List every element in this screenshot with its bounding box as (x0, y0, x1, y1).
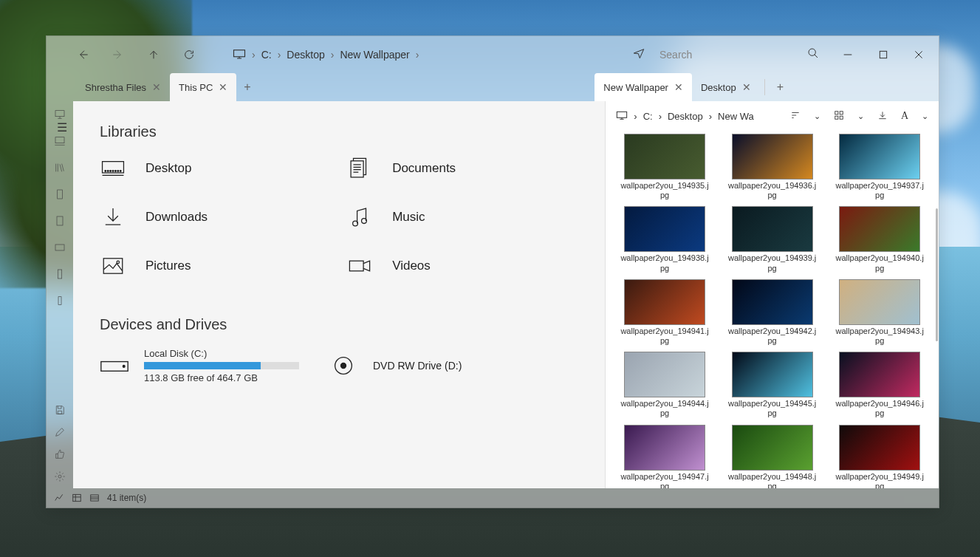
file-thumbnail[interactable]: wallpaper2you_194935.jpg (616, 134, 713, 200)
tab-shrestha-files[interactable]: Shrestha Files ✕ (76, 73, 170, 101)
svg-rect-36 (91, 495, 99, 501)
library-videos[interactable]: Videos (346, 253, 578, 279)
file-thumbnail[interactable]: wallpaper2you_194938.jpg (616, 206, 713, 273)
file-thumbnail[interactable]: wallpaper2you_194936.jpg (724, 134, 821, 200)
thumbnail-image (624, 206, 705, 252)
scrollbar[interactable] (936, 208, 938, 341)
download-icon[interactable] (877, 110, 888, 123)
file-thumbnail[interactable]: wallpaper2you_194945.jpg (724, 352, 821, 418)
minimize-button[interactable] (841, 48, 854, 61)
search-icon[interactable] (807, 47, 819, 62)
rail-small-phone-icon[interactable] (54, 295, 66, 307)
library-label: Downloads (145, 210, 208, 225)
file-thumbnail[interactable]: wallpaper2you_194942.jpg (724, 279, 821, 346)
crumb-new-wallpaper[interactable]: New Wallpaper (340, 49, 409, 61)
file-name: wallpaper2you_194938.jpg (620, 253, 709, 273)
library-desktop[interactable]: Desktop (100, 155, 332, 182)
breadcrumb[interactable]: › C: › Desktop › New Wallpaper › (233, 49, 419, 61)
file-thumbnail[interactable]: wallpaper2you_194937.jpg (831, 134, 928, 200)
rail-edit-icon[interactable] (54, 426, 66, 438)
file-name: wallpaper2you_194940.jpg (835, 253, 924, 273)
downloads-icon (100, 204, 126, 230)
library-pictures[interactable]: Pictures (100, 253, 332, 279)
svg-rect-25 (350, 261, 364, 271)
file-name: wallpaper2you_194942.jpg (728, 327, 817, 346)
file-thumbnail[interactable]: wallpaper2you_194944.jpg (616, 352, 713, 418)
crumb-desktop[interactable]: Desktop (668, 111, 703, 122)
rail-books-icon[interactable] (54, 162, 66, 174)
rail-portrait-icon[interactable] (54, 188, 66, 200)
file-thumbnail[interactable]: wallpaper2you_194949.jpg (831, 425, 928, 489)
tab-desktop[interactable]: Desktop ✕ (692, 73, 760, 101)
tab-label: Desktop (701, 82, 736, 93)
svg-rect-31 (835, 111, 838, 114)
file-thumbnail[interactable]: wallpaper2you_194943.jpg (831, 279, 928, 346)
maximize-button[interactable] (877, 48, 890, 61)
file-thumbnail[interactable]: wallpaper2you_194939.jpg (724, 206, 821, 273)
activity-icon[interactable] (54, 493, 64, 503)
file-thumbnail[interactable]: wallpaper2you_194941.jpg (616, 279, 713, 346)
rail-tablet-icon[interactable] (54, 215, 66, 227)
close-icon[interactable]: ✕ (674, 81, 683, 93)
svg-point-18 (120, 171, 121, 172)
send-icon[interactable] (633, 47, 645, 62)
rail-settings-icon[interactable] (54, 471, 66, 482)
tab-new-wallpaper[interactable]: New Wallpaper ✕ (594, 73, 692, 101)
details-view-icon[interactable] (72, 493, 82, 503)
refresh-button[interactable] (182, 48, 196, 61)
rail-landscape-icon[interactable] (54, 242, 66, 253)
thumbnail-image (839, 206, 920, 252)
add-tab-button[interactable]: + (236, 73, 258, 101)
rail-like-icon[interactable] (54, 448, 66, 460)
svg-rect-6 (57, 216, 63, 225)
close-icon[interactable]: ✕ (219, 81, 227, 93)
rail-desktop-icon[interactable] (54, 135, 66, 147)
font-icon[interactable]: A (901, 110, 908, 122)
close-button[interactable] (912, 48, 925, 61)
crumb-desktop[interactable]: Desktop (287, 49, 324, 61)
file-manager-window: › C: › Desktop › New Wallpaper › ☰ Shres… (46, 35, 939, 508)
rail-save-icon[interactable] (54, 404, 66, 416)
add-tab-button[interactable]: + (770, 73, 791, 101)
file-thumbnail[interactable]: wallpaper2you_194947.jpg (616, 425, 713, 489)
file-thumbnail[interactable]: wallpaper2you_194948.jpg (724, 425, 821, 489)
chevron-down-icon[interactable]: ⌄ (814, 112, 820, 121)
chevron-down-icon[interactable]: ⌄ (922, 112, 928, 121)
library-music[interactable]: Music (346, 204, 578, 230)
drive-free-text: 113.8 GB free of 464.7 GB (144, 372, 299, 383)
hamburger-icon[interactable]: ☰ (57, 120, 67, 134)
close-icon[interactable]: ✕ (742, 81, 751, 93)
rail-phone-icon[interactable] (54, 268, 66, 280)
file-thumbnail[interactable]: wallpaper2you_194946.jpg (831, 352, 928, 418)
svg-rect-5 (58, 190, 63, 199)
forward-button[interactable] (112, 48, 125, 61)
file-thumbnail[interactable]: wallpaper2you_194940.jpg (831, 206, 928, 273)
thumbnail-image (839, 279, 920, 325)
up-button[interactable] (147, 48, 160, 61)
drive-local-c[interactable]: Local Disk (C:) 113.8 GB free of 464.7 G… (100, 348, 299, 383)
svg-point-16 (115, 171, 117, 172)
crumb-c[interactable]: C: (261, 49, 272, 61)
drive-dvd-d[interactable]: DVD RW Drive (D:) (329, 348, 462, 383)
library-label: Desktop (145, 161, 191, 176)
crumb-c[interactable]: C: (643, 111, 653, 122)
library-downloads[interactable]: Downloads (100, 204, 332, 230)
tab-this-pc[interactable]: This PC ✕ (170, 73, 236, 101)
sort-icon[interactable] (790, 110, 801, 123)
rail-monitor-icon[interactable] (54, 109, 66, 120)
drive-usage-bar (144, 362, 299, 369)
this-pc-icon (616, 111, 628, 122)
chevron-down-icon[interactable]: ⌄ (857, 112, 864, 121)
file-name: wallpaper2you_194945.jpg (728, 399, 817, 418)
grid-view-icon[interactable] (834, 110, 844, 123)
back-button[interactable] (76, 48, 89, 61)
close-icon[interactable]: ✕ (152, 81, 161, 93)
search-input[interactable] (659, 49, 792, 61)
svg-rect-35 (73, 494, 81, 501)
this-pc-icon (233, 49, 246, 61)
file-name: wallpaper2you_194941.jpg (620, 327, 709, 346)
list-view-icon[interactable] (89, 493, 100, 503)
crumb-new-wa[interactable]: New Wa (718, 111, 754, 122)
library-documents[interactable]: Documents (346, 155, 578, 182)
svg-rect-4 (55, 137, 64, 143)
